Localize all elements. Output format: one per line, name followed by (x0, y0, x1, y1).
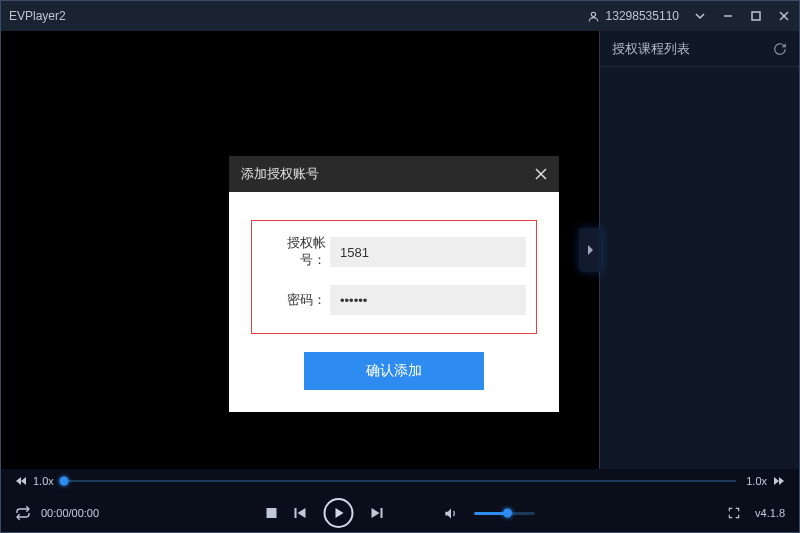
user-account[interactable]: 13298535110 (587, 9, 679, 23)
play-button[interactable] (324, 498, 354, 528)
volume-slider[interactable] (475, 512, 535, 515)
side-panel-title: 授权课程列表 (612, 40, 690, 58)
form-highlight-box: 授权帐号： 密码： (251, 220, 537, 334)
close-icon (535, 168, 547, 180)
double-chevron-right-icon (773, 476, 785, 486)
minimize-icon (723, 11, 733, 21)
svg-rect-8 (295, 508, 297, 518)
close-button[interactable] (777, 9, 791, 23)
modal-close-button[interactable] (535, 168, 547, 180)
close-icon (779, 11, 789, 21)
maximize-icon (751, 11, 761, 21)
maximize-button[interactable] (749, 9, 763, 23)
control-bar: 00:00/00:00 v4.1.8 (1, 493, 799, 533)
add-auth-modal: 添加授权账号 授权帐号： 密码： 确认添加 (229, 156, 559, 412)
loop-button[interactable] (15, 505, 31, 521)
svg-point-0 (591, 12, 595, 16)
password-label: 密码： (262, 292, 330, 309)
double-chevron-left-icon (15, 476, 27, 486)
loop-icon (15, 505, 31, 521)
speed-decrease-button[interactable] (15, 476, 27, 486)
volume-thumb[interactable] (503, 509, 512, 518)
skip-back-icon (294, 506, 308, 520)
prev-button[interactable] (294, 506, 308, 520)
minimize-button[interactable] (721, 9, 735, 23)
dropdown-button[interactable] (693, 9, 707, 23)
account-input[interactable] (330, 237, 526, 267)
titlebar: EVPlayer2 13298535110 (1, 1, 799, 31)
confirm-add-button[interactable]: 确认添加 (304, 352, 484, 390)
volume-icon (444, 506, 459, 521)
chevron-right-icon (586, 244, 594, 256)
speed-bar: 1.0x 1.0x (1, 469, 799, 493)
speed-increase-button[interactable] (773, 476, 785, 486)
side-collapse-button[interactable] (579, 228, 601, 272)
side-panel-header: 授权课程列表 (600, 31, 799, 67)
refresh-button[interactable] (773, 42, 787, 56)
user-id: 13298535110 (606, 9, 679, 23)
modal-title: 添加授权账号 (241, 165, 319, 183)
version-label: v4.1.8 (755, 507, 785, 519)
user-icon (587, 10, 600, 23)
modal-header: 添加授权账号 (229, 156, 559, 192)
svg-rect-9 (381, 508, 383, 518)
refresh-icon (773, 42, 787, 56)
fullscreen-icon (727, 506, 741, 520)
password-input[interactable] (330, 285, 526, 315)
next-button[interactable] (370, 506, 384, 520)
fullscreen-button[interactable] (727, 506, 741, 520)
app-title: EVPlayer2 (9, 9, 66, 23)
side-panel: 授权课程列表 (599, 31, 799, 469)
stop-icon (266, 507, 278, 519)
stop-button[interactable] (266, 507, 278, 519)
speed-thumb[interactable] (59, 477, 68, 486)
speed-value-left: 1.0x (33, 475, 54, 487)
svg-rect-2 (752, 12, 760, 20)
svg-rect-7 (267, 508, 277, 518)
skip-forward-icon (370, 506, 384, 520)
account-label: 授权帐号： (262, 235, 330, 269)
play-icon (333, 507, 345, 519)
time-display: 00:00/00:00 (41, 507, 99, 519)
speed-slider[interactable] (64, 480, 736, 482)
chevron-down-icon (695, 11, 705, 21)
speed-value-right: 1.0x (746, 475, 767, 487)
volume-button[interactable] (444, 506, 459, 521)
